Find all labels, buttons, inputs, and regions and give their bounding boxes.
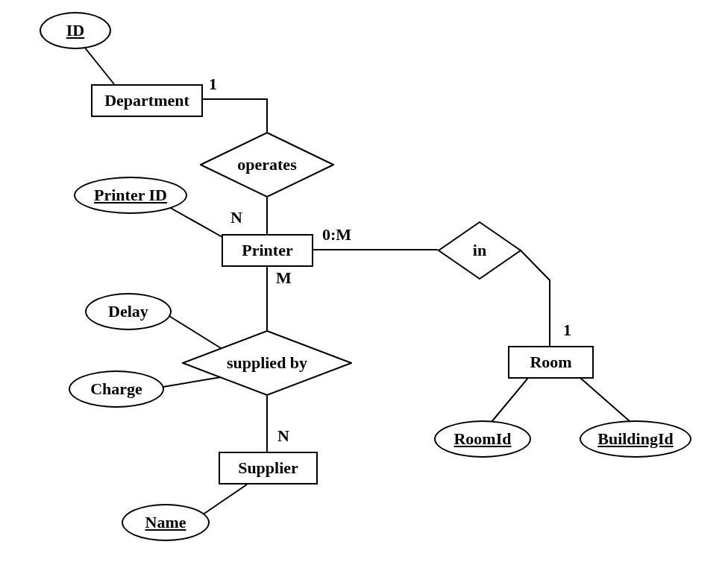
attribute-room-id-label: RoomId	[454, 429, 511, 449]
cardinality-operates-printer: N	[230, 208, 242, 227]
attribute-printer-id-label: Printer ID	[94, 186, 167, 205]
attribute-id-label: ID	[66, 21, 84, 40]
cardinality-in-room: 1	[563, 321, 571, 340]
svg-line-0	[84, 47, 114, 84]
attribute-room-id: RoomId	[434, 420, 531, 458]
entity-room-label: Room	[530, 353, 571, 372]
svg-marker-12	[439, 222, 521, 279]
attribute-name-label: Name	[145, 513, 186, 532]
cardinality-supplied-supplier: N	[277, 426, 289, 446]
entity-printer: Printer	[222, 234, 313, 267]
svg-marker-13	[183, 331, 351, 395]
attribute-name: Name	[122, 504, 210, 541]
cardinality-printer-in: 0:M	[322, 225, 351, 244]
attribute-building-id: BuildingId	[580, 420, 691, 458]
attribute-delay-label: Delay	[108, 302, 148, 321]
attribute-id: ID	[40, 12, 111, 49]
entity-supplier-label: Supplier	[238, 458, 298, 478]
attribute-charge: Charge	[69, 370, 164, 408]
cardinality-department-operates: 1	[209, 75, 217, 94]
entity-department-label: Department	[104, 91, 189, 110]
svg-line-4	[488, 378, 528, 426]
cardinality-printer-supplied: M	[276, 268, 292, 288]
entity-printer-label: Printer	[242, 241, 292, 260]
entity-department: Department	[91, 84, 203, 117]
svg-marker-11	[201, 133, 333, 197]
svg-line-10	[198, 484, 247, 518]
relationship-supplied-by: supplied by	[182, 330, 352, 396]
er-diagram: ID Department 1 operates N Printer ID Pr…	[0, 0, 728, 565]
attribute-printer-id: Printer ID	[74, 177, 187, 214]
attribute-delay: Delay	[85, 293, 172, 330]
entity-room: Room	[508, 346, 594, 379]
svg-line-5	[580, 378, 636, 426]
attribute-building-id-label: BuildingId	[597, 429, 674, 449]
svg-line-2	[163, 203, 222, 237]
attribute-charge-label: Charge	[90, 379, 142, 399]
entity-supplier: Supplier	[219, 452, 318, 484]
relationship-operates: operates	[200, 132, 334, 198]
relationship-in: in	[438, 221, 521, 280]
